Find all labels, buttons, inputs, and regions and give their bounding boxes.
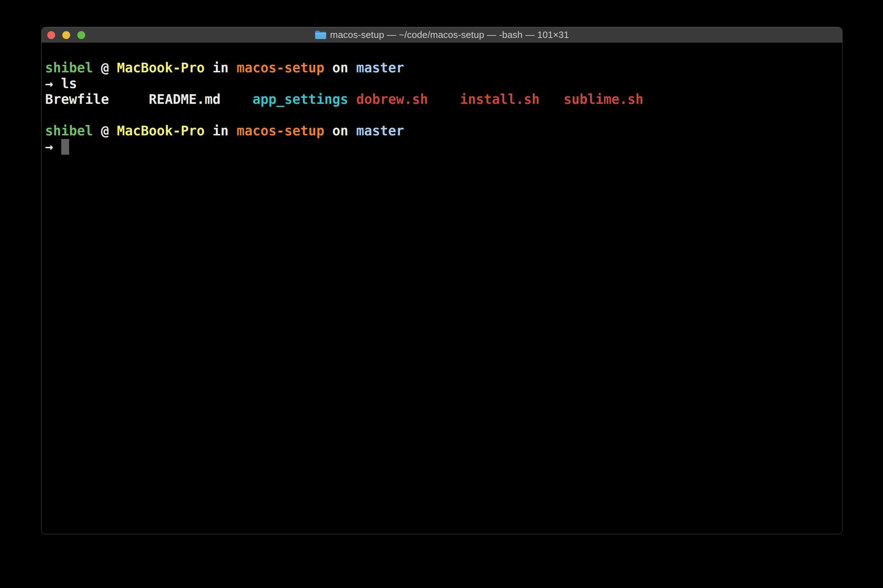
zoom-button[interactable] — [77, 31, 85, 39]
terminal-token: macos-setup — [237, 60, 324, 75]
terminal-window: macos-setup — ~/code/macos-setup — -bash… — [41, 27, 843, 534]
terminal-token: Brewfile — [45, 92, 149, 107]
desktop: { "window": { "title": "macos-setup — ~/… — [0, 0, 883, 588]
terminal-line: shibel @ MacBook-Pro in macos-setup on m… — [45, 123, 839, 139]
terminal-token: install.sh — [460, 92, 564, 107]
terminal-line: Brewfile README.md app_settings dobrew.s… — [45, 92, 839, 107]
terminal-token: → — [45, 139, 61, 154]
terminal-token: @ — [93, 123, 117, 139]
terminal-line: → — [45, 139, 839, 155]
terminal-token: → ls — [45, 76, 77, 92]
terminal-token: MacBook-Pro — [117, 60, 204, 75]
terminal-line: → ls — [45, 76, 839, 92]
terminal-token: master — [356, 60, 404, 75]
terminal-token: shibel — [45, 60, 93, 75]
window-title: macos-setup — ~/code/macos-setup — -bash… — [330, 29, 569, 40]
terminal-token: in — [205, 60, 237, 75]
title-bar[interactable]: macos-setup — ~/code/macos-setup — -bash… — [42, 27, 842, 43]
terminal-content[interactable]: shibel @ MacBook-Pro in macos-setup on m… — [42, 43, 842, 155]
terminal-token: app_settings — [252, 92, 356, 107]
terminal-token: macos-setup — [237, 123, 324, 139]
window-controls — [47, 27, 85, 43]
minimize-button[interactable] — [62, 31, 70, 39]
terminal-token: on — [324, 123, 356, 139]
terminal-token: in — [205, 123, 237, 139]
terminal-line: shibel @ MacBook-Pro in macos-setup on m… — [45, 60, 839, 76]
terminal-token: MacBook-Pro — [117, 123, 204, 139]
terminal-token: dobrew.sh — [356, 92, 460, 107]
folder-icon — [315, 30, 327, 40]
terminal-cursor — [61, 139, 69, 155]
terminal-line — [45, 107, 839, 123]
terminal-token: on — [324, 60, 356, 75]
terminal-token: README.md — [149, 92, 253, 107]
terminal-token: sublime.sh — [564, 92, 643, 107]
window-title-group: macos-setup — ~/code/macos-setup — -bash… — [315, 29, 569, 40]
terminal-token: master — [356, 123, 404, 139]
terminal-token: shibel — [45, 123, 93, 139]
terminal-token: @ — [93, 60, 117, 75]
close-button[interactable] — [47, 31, 55, 39]
terminal-line — [45, 44, 839, 60]
